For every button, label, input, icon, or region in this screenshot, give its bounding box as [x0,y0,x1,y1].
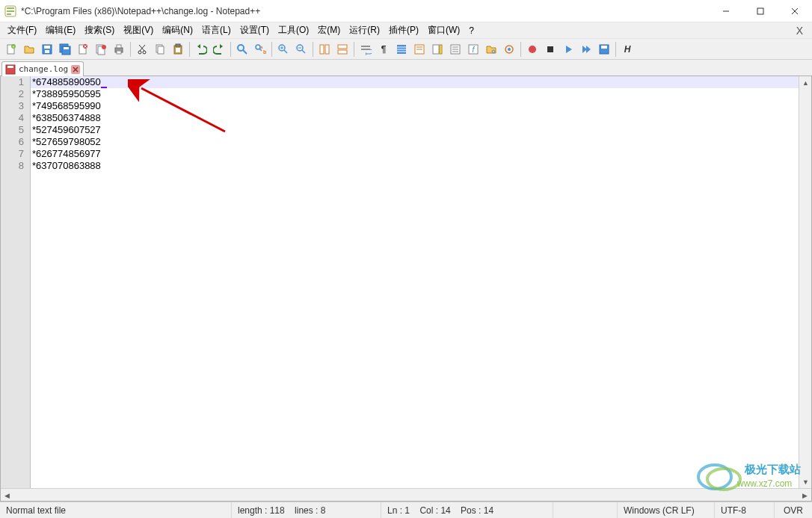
menu-search[interactable]: 搜索(S) [80,22,119,38]
redo-button[interactable] [211,41,227,58]
menu-macro[interactable]: 宏(M) [313,22,345,38]
tab-change-log[interactable]: change.log [1,61,84,76]
spell-check-button[interactable]: H [619,41,636,58]
save-all-button[interactable] [57,41,73,58]
undo-button[interactable] [193,41,209,58]
close-button[interactable] [778,0,812,22]
scroll-right-arrow[interactable]: ▶ [799,489,811,502]
tab-close-icon[interactable] [71,65,80,74]
svg-rect-25 [117,45,121,48]
tab-bar: change.log [0,60,812,76]
toolbar-separator [520,42,521,57]
horizontal-scrollbar[interactable]: ◀ ▶ [1,488,811,501]
copy-button[interactable] [152,41,168,58]
macro-save-button[interactable] [596,41,612,58]
close-all-button[interactable] [93,41,109,58]
show-all-chars-button[interactable]: ¶ [375,41,392,58]
open-file-button[interactable] [21,41,37,58]
window-title: *C:\Program Files (x86)\Notepad++\change… [21,6,709,16]
svg-line-30 [139,45,144,51]
svg-rect-63 [433,45,439,54]
monitor-button[interactable] [501,41,517,58]
menu-edit[interactable]: 编辑(E) [41,22,80,38]
line-number: 3 [1,100,24,112]
editor-line: *527659798052 [31,136,799,148]
editor-area: 1 2 3 4 5 6 7 8 *674885890950 *738895950… [0,76,812,502]
svg-rect-13 [45,50,49,53]
function-list-button[interactable]: f [465,41,482,58]
status-eol[interactable]: Windows (CR LF) [618,502,715,518]
macro-stop-button[interactable] [542,41,559,58]
svg-rect-52 [338,50,347,54]
vertical-scrollbar[interactable]: ▲ ▼ [799,76,811,488]
svg-rect-1 [7,7,14,9]
menu-run[interactable]: 运行(R) [345,22,384,38]
close-file-button[interactable] [75,41,91,58]
find-button[interactable] [234,41,250,58]
line-number-gutter: 1 2 3 4 5 6 7 8 [1,76,31,488]
line-number: 5 [1,124,24,136]
svg-rect-16 [64,47,69,49]
tab-label: change.log [19,64,68,74]
svg-rect-3 [7,13,11,15]
cut-button[interactable] [134,41,150,58]
macro-record-button[interactable] [524,41,541,58]
status-filetype: Normal text file [0,502,232,518]
scroll-up-arrow[interactable]: ▲ [799,76,811,89]
toolbar-separator [615,42,616,57]
scroll-down-arrow[interactable]: ▼ [799,475,811,488]
sync-vertical-button[interactable] [316,41,333,58]
macro-play-multi-button[interactable] [578,41,594,58]
save-button[interactable] [39,41,55,58]
svg-rect-77 [601,46,607,49]
menu-settings[interactable]: 设置(T) [236,22,274,38]
replace-button[interactable]: ba [252,41,268,58]
status-encoding[interactable]: UTF-8 [715,502,775,518]
line-number: 1 [1,76,24,88]
editor-line: *738895950595 [31,88,799,100]
user-lang-button[interactable] [411,41,428,58]
svg-point-74 [529,46,536,53]
menu-view[interactable]: 视图(V) [119,22,158,38]
indent-guide-button[interactable] [393,41,410,58]
sync-horizontal-button[interactable] [334,41,351,58]
doc-list-button[interactable] [447,41,464,58]
editor-line: *527459607527 [31,124,799,136]
scroll-left-arrow[interactable]: ◀ [1,489,13,502]
menu-help[interactable]: ? [464,24,479,37]
toolbar-separator [189,42,190,57]
menu-encoding[interactable]: 编码(N) [158,22,197,38]
zoom-in-button[interactable] [275,41,292,58]
minimize-button[interactable] [709,0,743,22]
svg-text:b: b [263,49,266,55]
close-document-button[interactable]: X [790,25,809,37]
doc-map-button[interactable] [429,41,446,58]
menu-file[interactable]: 文件(F) [3,22,41,38]
menu-language[interactable]: 语言(L) [197,22,236,38]
file-modified-icon [5,64,16,75]
svg-rect-49 [320,45,324,54]
new-file-button[interactable]: + [3,41,19,58]
caret [101,78,107,88]
toolbar-separator [313,42,313,57]
toolbar-separator [271,42,272,57]
text-editor[interactable]: *674885890950 *738895950595 *74956859599… [31,76,799,488]
editor-line: *674885890950 [31,76,799,88]
print-button[interactable] [111,41,127,58]
scroll-track[interactable] [13,489,799,501]
paste-button[interactable] [170,41,186,58]
svg-rect-26 [117,51,121,54]
svg-rect-75 [547,46,553,52]
menu-tools[interactable]: 工具(O) [274,22,313,38]
status-insert-mode[interactable]: OVR [775,502,812,518]
menu-window[interactable]: 窗口(W) [423,22,464,38]
svg-point-36 [238,45,244,51]
folder-workspace-button[interactable] [483,41,499,58]
maximize-button[interactable] [743,0,778,22]
word-wrap-button[interactable] [357,41,374,58]
macro-play-button[interactable] [560,41,576,58]
status-bar: Normal text file length : 118 lines : 8 … [0,502,812,518]
menu-plugins[interactable]: 插件(P) [384,22,423,38]
zoom-out-button[interactable] [293,41,310,58]
svg-rect-12 [44,46,50,49]
